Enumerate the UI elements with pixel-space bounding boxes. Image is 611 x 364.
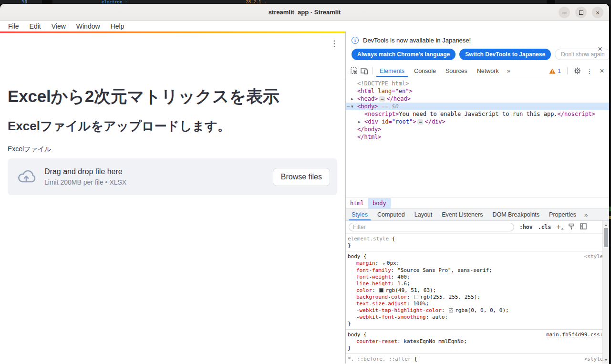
menu-view[interactable]: View <box>46 22 71 30</box>
titlebar[interactable]: streamlit_app · Streamlit ─ × <box>0 4 609 21</box>
new-style-rule-icon[interactable]: + <box>556 224 562 230</box>
css-property[interactable]: line-height: 1.6; <box>348 281 598 287</box>
dom-tree-line[interactable]: </html> <box>346 133 609 141</box>
css-property[interactable]: -webkit-font-smoothing: auto; <box>348 314 598 321</box>
dom-tree-line[interactable]: ▶<head>…</head> <box>346 95 609 103</box>
css-selector[interactable]: *, ::before, ::after <box>348 356 411 362</box>
scroll-down-icon[interactable]: ▼ <box>603 357 609 363</box>
styles-filter-input[interactable] <box>349 223 514 231</box>
dom-tree-line[interactable]: </body> <box>346 125 609 133</box>
settings-gear-icon[interactable] <box>572 66 582 76</box>
styles-pane: :hov .cls + <box>346 221 609 364</box>
file-dropzone[interactable]: Drag and drop file here Limit 200MB per … <box>8 158 337 195</box>
warning-icon <box>549 68 556 74</box>
tree-collapse-icon[interactable]: ▶ <box>358 118 361 126</box>
dom-tree-line[interactable]: ▶<div id="root">…</div> <box>346 118 609 125</box>
css-property[interactable]: margin: ▶0px; <box>348 260 598 267</box>
tree-expand-icon[interactable]: ▼ <box>351 103 353 111</box>
tab-computed[interactable]: Computed <box>373 209 410 220</box>
code-token: </head> <box>386 95 411 102</box>
rendering-emulation-icon[interactable] <box>568 223 575 231</box>
menu-file[interactable]: File <box>3 22 24 30</box>
css-property-name[interactable]: line-height <box>356 281 391 287</box>
stylesheet-origin-link[interactable]: main.fb5f4d99.css:1 <box>546 332 606 338</box>
inline-expand-icon[interactable]: … <box>379 96 385 102</box>
minimize-button[interactable]: ─ <box>559 7 570 18</box>
devtools-menu-icon[interactable]: ⋮ <box>584 66 595 76</box>
css-open-brace: { <box>361 253 367 260</box>
css-property[interactable]: box-sizing: border-box; <box>348 363 598 364</box>
maximize-button[interactable] <box>575 7 587 18</box>
inspect-element-icon[interactable] <box>349 66 359 76</box>
tab-event-listeners[interactable]: Event Listeners <box>437 209 487 220</box>
banner-primary-button[interactable]: Switch DevTools to Japanese <box>459 49 551 60</box>
css-selector[interactable]: body <box>348 332 361 338</box>
tab-network[interactable]: Network <box>472 65 504 77</box>
dom-tree-line[interactable]: ⋯▼<body> == $0 <box>346 103 609 110</box>
color-swatch[interactable] <box>414 295 418 299</box>
page-subtitle: Excelファイルをアップロードします。 <box>8 119 345 134</box>
css-property[interactable]: font-weight: 400; <box>348 274 598 281</box>
tab-console[interactable]: Console <box>409 65 441 77</box>
banner-primary-button[interactable]: Always match Chrome's language <box>352 49 456 60</box>
styles-scrollbar[interactable]: ▲ ▼ <box>602 221 609 364</box>
breadcrumb-body[interactable]: body <box>368 198 391 208</box>
color-swatch[interactable] <box>449 308 453 312</box>
color-swatch[interactable] <box>379 288 383 292</box>
cloud-upload-icon <box>17 169 36 185</box>
expand-value-icon[interactable]: ▶ <box>383 261 385 266</box>
toggle-hover-state-button[interactable]: :hov <box>519 224 533 230</box>
close-button[interactable]: × <box>592 7 603 18</box>
css-colon: : <box>407 294 413 300</box>
tab-styles[interactable]: Styles <box>347 209 373 220</box>
menubar: FileEditViewWindowHelp <box>0 21 609 31</box>
browse-files-button[interactable]: Browse files <box>273 168 330 186</box>
breadcrumb-html[interactable]: html <box>346 198 368 208</box>
more-sidebar-tabs-icon[interactable]: » <box>581 211 591 218</box>
app-menu-button[interactable]: ⋮ <box>330 40 338 48</box>
menu-help[interactable]: Help <box>105 22 130 30</box>
toggle-class-button[interactable]: .cls <box>538 224 551 230</box>
css-property-name[interactable]: counter-reset <box>356 338 397 344</box>
css-property[interactable]: -webkit-tap-highlight-color: rgba(0, 0, … <box>348 307 598 314</box>
css-property[interactable]: font-family: "Source Sans Pro", sans-ser… <box>348 267 598 274</box>
css-property[interactable]: background-color: rgb(255, 255, 255); <box>348 294 598 301</box>
tab-dom-breakpoints[interactable]: DOM Breakpoints <box>487 209 544 220</box>
css-property-name[interactable]: background-color <box>356 294 407 300</box>
scrollbar-thumb[interactable] <box>604 228 608 247</box>
dom-tree-line[interactable]: <!DOCTYPE html> <box>346 80 609 87</box>
device-toolbar-icon[interactable] <box>359 66 370 76</box>
css-property-name[interactable]: color <box>356 287 372 293</box>
tree-collapse-icon[interactable]: ▶ <box>351 95 353 103</box>
scroll-up-icon[interactable]: ▲ <box>603 222 609 228</box>
devtools-close-icon[interactable]: × <box>597 66 607 76</box>
css-property-name[interactable]: -webkit-tap-highlight-color <box>356 307 442 313</box>
computed-sidebar-toggle-icon[interactable] <box>580 223 587 231</box>
css-selector[interactable]: element.style <box>348 236 389 242</box>
tab-layout[interactable]: Layout <box>410 209 437 220</box>
dom-tree-line[interactable]: <html lang="en"> <box>346 87 609 95</box>
css-property-name[interactable]: box-sizing <box>356 363 388 364</box>
css-rule-header: <style>*, ::before, ::after { <box>348 356 598 363</box>
menu-edit[interactable]: Edit <box>24 22 46 30</box>
css-property[interactable]: color: rgb(49, 51, 63); <box>348 287 598 294</box>
more-tabs-icon[interactable]: » <box>504 67 514 74</box>
issues-warning-badge[interactable]: 1 <box>547 68 563 74</box>
dom-tree-line[interactable]: <noscript>You need to enable JavaScript … <box>346 110 609 118</box>
css-property-name[interactable]: -webkit-font-smoothing <box>356 314 426 320</box>
css-property-name[interactable]: font-weight <box>356 274 391 280</box>
tab-sources[interactable]: Sources <box>441 65 472 77</box>
menu-window[interactable]: Window <box>71 22 105 30</box>
tab-properties[interactable]: Properties <box>544 209 581 220</box>
css-selector[interactable]: body <box>348 253 361 260</box>
css-property-name[interactable]: margin <box>356 260 375 266</box>
banner-close-icon[interactable]: × <box>598 45 602 53</box>
inline-expand-icon[interactable]: … <box>417 119 423 125</box>
tab-elements[interactable]: Elements <box>375 65 409 77</box>
css-property-value: 1.6; <box>397 281 410 287</box>
css-property-name[interactable]: font-family <box>356 267 391 273</box>
css-property[interactable]: counter-reset: katexEqnNo mmlEqnNo; <box>348 338 598 345</box>
tree-hover-menu-icon[interactable]: ⋯ <box>347 103 350 110</box>
css-property[interactable]: text-size-adjust: 100%; <box>348 301 598 307</box>
css-property-name[interactable]: text-size-adjust <box>356 301 407 307</box>
